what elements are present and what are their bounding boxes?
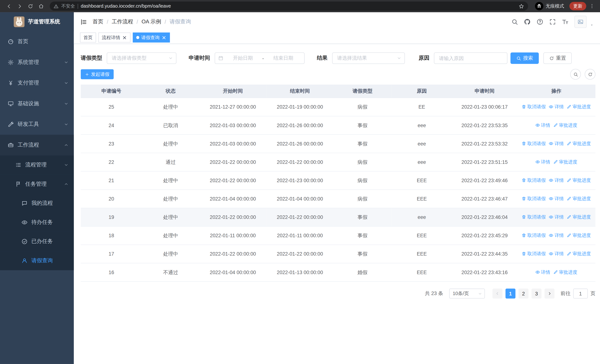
user-avatar[interactable] bbox=[574, 16, 587, 28]
sidebar-toggle-icon[interactable] bbox=[80, 18, 87, 25]
detail-action-link[interactable]: 详情 bbox=[549, 251, 564, 257]
approval-progress-action-link[interactable]: 审批进度 bbox=[567, 214, 591, 220]
refresh-table-button[interactable] bbox=[585, 69, 595, 80]
sidebar-item-payment[interactable]: 支付管理 bbox=[0, 73, 74, 93]
approval-progress-action-link[interactable]: 审批进度 bbox=[567, 251, 591, 257]
sidebar-item-process-management[interactable]: 流程管理 bbox=[0, 155, 74, 174]
next-page-button[interactable] bbox=[544, 289, 555, 299]
page-size-select[interactable]: 10条/页 bbox=[449, 289, 485, 299]
sidebar-item-done-tasks[interactable]: 已办任务 bbox=[0, 232, 74, 251]
approval-progress-action-link[interactable]: 审批进度 bbox=[567, 232, 591, 239]
tab-process-detail[interactable]: 流程详情 bbox=[98, 33, 131, 43]
detail-action-link[interactable]: 详情 bbox=[549, 232, 564, 239]
home-button[interactable] bbox=[36, 1, 46, 11]
cancel-leave-action-link[interactable]: 取消请假 bbox=[522, 232, 546, 239]
sidebar-item-label: 我的流程 bbox=[31, 200, 68, 207]
bookmark-star-icon[interactable] bbox=[518, 3, 524, 9]
cell-leave-type: 事假 bbox=[333, 208, 392, 226]
cancel-leave-action-link[interactable]: 取消请假 bbox=[522, 140, 546, 147]
sidebar-item-home[interactable]: 首页 bbox=[0, 31, 74, 52]
plus-icon bbox=[85, 72, 89, 76]
reload-button[interactable] bbox=[25, 1, 35, 11]
cell-apply-id: 24 bbox=[81, 116, 142, 135]
check-icon bbox=[21, 239, 28, 245]
page-button-2[interactable]: 2 bbox=[518, 289, 528, 299]
sidebar-item-devtools[interactable]: 研发工具 bbox=[0, 114, 74, 135]
sidebar-item-infrastructure[interactable]: 基础设施 bbox=[0, 93, 74, 114]
forward-button[interactable] bbox=[14, 1, 24, 11]
goto-page-input[interactable] bbox=[573, 289, 588, 299]
detail-action-link[interactable]: 详情 bbox=[535, 269, 550, 275]
end-date-placeholder[interactable]: 结束日期 bbox=[265, 55, 301, 62]
breadcrumb-item[interactable]: 首页 bbox=[93, 18, 103, 25]
address-bar[interactable]: 不安全 dashboard.yudao.iocoder.cn/bpm/oa/le… bbox=[50, 1, 528, 11]
reason-input[interactable] bbox=[434, 52, 507, 64]
detail-action-link[interactable]: 详情 bbox=[535, 122, 550, 129]
detail-action-link[interactable]: 详情 bbox=[549, 140, 564, 147]
approval-progress-action-link[interactable]: 审批进度 bbox=[553, 159, 577, 165]
approval-progress-action-link[interactable]: 审批进度 bbox=[567, 196, 591, 202]
leave-type-select[interactable]: 请选择请假类型 bbox=[107, 52, 176, 64]
detail-action-link[interactable]: 详情 bbox=[549, 196, 564, 202]
cancel-leave-action-link[interactable]: 取消请假 bbox=[522, 214, 546, 220]
column-header: 原因 bbox=[392, 84, 452, 98]
chevron-down-icon bbox=[64, 101, 69, 106]
cell-status: 处理中 bbox=[142, 98, 199, 116]
cancel-leave-action-link[interactable]: 取消请假 bbox=[522, 177, 546, 184]
sidebar-item-my-process[interactable]: 我的流程 bbox=[0, 194, 74, 213]
page-button-3[interactable]: 3 bbox=[531, 289, 542, 299]
result-select[interactable]: 请选择流结果 bbox=[332, 52, 405, 64]
apply-time-range-picker[interactable]: 开始日期 - 结束日期 bbox=[215, 52, 305, 64]
cancel-leave-action-link[interactable]: 取消请假 bbox=[522, 104, 546, 110]
detail-action-link[interactable]: 详情 bbox=[535, 159, 550, 165]
create-leave-button[interactable]: 发起请假 bbox=[81, 69, 114, 79]
detail-action-link[interactable]: 详情 bbox=[549, 104, 564, 110]
sidebar-item-todo-tasks[interactable]: 待办任务 bbox=[0, 213, 74, 232]
url-text[interactable]: dashboard.yudao.iocoder.cn/bpm/oa/leave bbox=[81, 3, 516, 9]
filter-form: 请假类型 请选择请假类型 申请时间 开始日期 - 结束日期 结果 请选择流结果 bbox=[81, 52, 596, 64]
page-button-1[interactable]: 1 bbox=[506, 289, 516, 299]
approval-progress-action-link[interactable]: 审批进度 bbox=[567, 177, 591, 184]
detail-action-link[interactable]: 详情 bbox=[549, 177, 564, 184]
font-size-icon[interactable] bbox=[562, 18, 569, 25]
back-button[interactable] bbox=[4, 1, 14, 11]
action-label: 取消请假 bbox=[527, 251, 546, 257]
sidebar-item-system[interactable]: 系统管理 bbox=[0, 52, 74, 73]
toggle-search-button[interactable] bbox=[570, 69, 581, 80]
prev-page-button[interactable] bbox=[493, 289, 503, 299]
detail-action-link[interactable]: 详情 bbox=[549, 214, 564, 220]
action-label: 详情 bbox=[555, 140, 564, 147]
github-icon[interactable] bbox=[524, 18, 531, 25]
search-button[interactable]: 搜索 bbox=[510, 52, 539, 64]
help-icon[interactable] bbox=[536, 18, 543, 25]
url-divider bbox=[78, 4, 78, 9]
sidebar-item-leave-query[interactable]: 请假查询 bbox=[0, 251, 74, 270]
tab-home[interactable]: 首页 bbox=[80, 33, 96, 43]
fullscreen-icon[interactable] bbox=[549, 18, 556, 25]
browser-menu-button[interactable] bbox=[588, 2, 596, 10]
security-label[interactable]: 不安全 bbox=[61, 3, 75, 9]
reset-button[interactable]: 重置 bbox=[543, 52, 572, 64]
app-logo[interactable]: 芋道管理系统 bbox=[0, 12, 74, 31]
breadcrumb-item[interactable]: OA 示例 bbox=[141, 18, 161, 25]
cancel-leave-action-link[interactable]: 取消请假 bbox=[522, 196, 546, 202]
trash-icon bbox=[522, 178, 526, 183]
approval-progress-action-link[interactable]: 审批进度 bbox=[567, 140, 591, 147]
action-label: 详情 bbox=[555, 196, 564, 202]
approval-progress-action-link[interactable]: 审批进度 bbox=[553, 122, 577, 129]
sidebar-item-task-management[interactable]: 任务管理 bbox=[0, 175, 74, 194]
cell-start-time: 2022-01-11 00:00:00 bbox=[199, 226, 266, 245]
chevron-down-icon[interactable] bbox=[590, 23, 594, 27]
update-button[interactable]: 更新 bbox=[569, 2, 586, 10]
approval-progress-action-link[interactable]: 审批进度 bbox=[567, 104, 591, 110]
cancel-leave-action-link[interactable]: 取消请假 bbox=[522, 251, 546, 257]
tab-leave-query[interactable]: 请假查询 bbox=[133, 33, 170, 43]
search-icon[interactable] bbox=[511, 18, 518, 25]
breadcrumb-item[interactable]: 工作流程 bbox=[112, 18, 133, 25]
search-icon bbox=[516, 56, 521, 61]
approval-progress-action-link[interactable]: 审批进度 bbox=[553, 269, 577, 275]
sidebar-item-workflow[interactable]: 工作流程 bbox=[0, 135, 74, 156]
security-warning-icon[interactable] bbox=[54, 4, 58, 9]
calendar-icon bbox=[218, 56, 224, 61]
start-date-placeholder[interactable]: 开始日期 bbox=[225, 55, 261, 62]
